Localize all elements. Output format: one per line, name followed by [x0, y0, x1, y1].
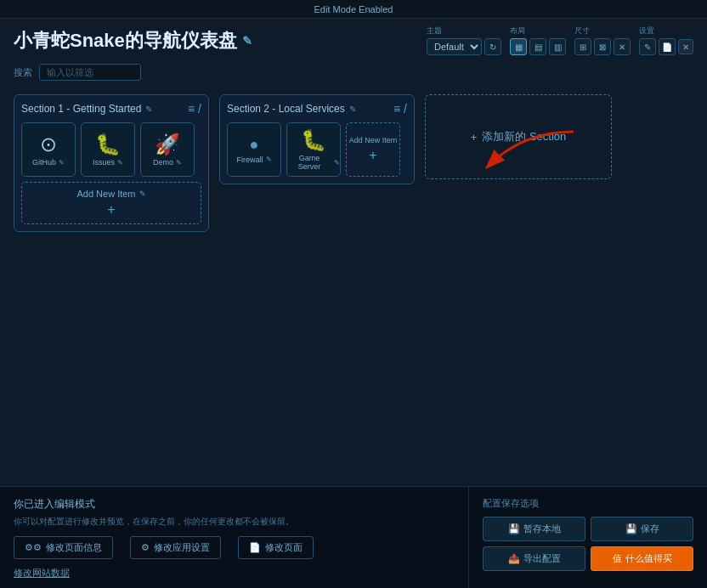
- modify-site-info-label: 修改页面信息: [46, 541, 102, 554]
- settings-group: 设置 ✎ 📄 ✕: [639, 25, 693, 55]
- issues-edit-icon[interactable]: ✎: [117, 159, 123, 167]
- modify-app-settings-icon: ⚙: [141, 542, 150, 553]
- modify-site-data-link[interactable]: 修改网站数据: [14, 568, 70, 578]
- firewall-icon: ●: [250, 136, 259, 154]
- section-1-title-area: Section 1 - Getting Started ✎: [21, 103, 152, 115]
- modify-site-info-icon: ⚙⚙: [25, 542, 42, 553]
- gameserver-item[interactable]: 🐛 Game Server ✎: [286, 122, 341, 177]
- size-label: 尺寸: [574, 25, 590, 37]
- issues-label: Issues ✎: [93, 158, 123, 167]
- size-btn-sm[interactable]: ⊞: [574, 38, 591, 55]
- save-local-btn[interactable]: 💾 暂存本地: [483, 517, 585, 541]
- github-label: GitHub ✎: [32, 158, 65, 167]
- top-bar-title: Edit Mode Enabled: [314, 4, 393, 14]
- github-icon: ⊙: [40, 133, 57, 156]
- section-1-header: Section 1 - Getting Started ✎ ≡ /: [21, 102, 201, 116]
- theme-group: 主题 Default ↻: [427, 25, 501, 55]
- save-actions: 💾 暂存本地 💾 保存 📤 导出配置 值 什么值得买: [483, 517, 693, 571]
- layout-controls: ▦ ▤ ▥: [510, 38, 566, 55]
- github-item[interactable]: ⊙ GitHub ✎: [21, 122, 76, 177]
- firewall-item[interactable]: ● Firewall ✎: [227, 122, 281, 177]
- toolbar-right: 主题 Default ↻ 布局 ▦ ▤ ▥ 尺寸 ⊞ ⊠ ✕: [427, 25, 693, 55]
- theme-refresh-btn[interactable]: ↻: [484, 38, 501, 55]
- bottom-edit-mode-title: 你已进入编辑模式: [14, 497, 455, 512]
- search-bar: 搜索: [0, 60, 707, 86]
- layout-btn-2[interactable]: ▤: [529, 38, 546, 55]
- save-options-title: 配置保存选项: [483, 497, 693, 510]
- save-icon: 💾: [625, 523, 637, 534]
- section-1-items-grid: ⊙ GitHub ✎ 🐛 Issues ✎ 🚀 Demo ✎: [21, 122, 201, 177]
- save-local-label: 暂存本地: [523, 523, 561, 535]
- section-2-header: Section 2 - Local Services ✎ ≡ /: [227, 102, 407, 116]
- search-input[interactable]: [39, 64, 141, 81]
- section-2-add-plus: +: [369, 148, 376, 163]
- layout-label: 布局: [510, 25, 525, 37]
- settings-edit-btn[interactable]: ✎: [639, 38, 656, 55]
- export-icon: 📤: [508, 553, 520, 564]
- add-section-plus: +: [471, 131, 478, 144]
- modify-page-btn[interactable]: 📄 修改页面: [238, 536, 314, 559]
- firewall-edit-icon[interactable]: ✎: [266, 155, 272, 163]
- bottom-left: 你已进入编辑模式 你可以对配置进行修改并预览，在保存之前，你的任何更改都不会被保…: [0, 487, 469, 588]
- value-icon: 值: [613, 552, 622, 565]
- section-1-card: Section 1 - Getting Started ✎ ≡ / ⊙ GitH…: [14, 94, 209, 232]
- modify-site-info-btn[interactable]: ⚙⚙ 修改页面信息: [14, 536, 113, 559]
- top-bar: Edit Mode Enabled: [0, 0, 707, 19]
- layout-btn-1[interactable]: ▦: [510, 38, 527, 55]
- demo-icon: 🚀: [155, 133, 180, 156]
- section-1-edit-icon[interactable]: ✎: [145, 105, 152, 114]
- save-btn[interactable]: 💾 保存: [591, 517, 693, 541]
- add-new-section-btn[interactable]: + 添加新的 Section: [425, 94, 612, 179]
- modify-app-settings-label: 修改应用设置: [154, 541, 210, 554]
- page-title-text: 小青蛇Snake的导航仪表盘: [14, 28, 237, 54]
- section-1-add-label: Add New Item ✎: [76, 189, 145, 199]
- bottom-right: 配置保存选项 💾 暂存本地 💾 保存 📤 导出配置 值 什么值得买: [469, 487, 707, 588]
- demo-edit-icon[interactable]: ✎: [176, 159, 182, 167]
- section-1-add-new-item[interactable]: Add New Item ✎ +: [21, 182, 201, 224]
- settings-label: 设置: [639, 25, 654, 37]
- section-2-menu-icon[interactable]: ≡ /: [393, 102, 407, 116]
- size-controls: ⊞ ⊠ ✕: [574, 38, 631, 55]
- main-content: Section 1 - Getting Started ✎ ≡ / ⊙ GitH…: [0, 86, 707, 240]
- demo-item[interactable]: 🚀 Demo ✎: [140, 122, 195, 177]
- size-btn-md[interactable]: ⊠: [594, 38, 611, 55]
- section-2-add-label: Add New Item: [349, 136, 398, 144]
- export-label: 导出配置: [523, 552, 561, 565]
- gameserver-icon: 🐛: [301, 128, 326, 152]
- section-1-title: Section 1 - Getting Started: [21, 103, 141, 115]
- value-label: 什么值得买: [625, 552, 672, 565]
- theme-controls: Default ↻: [427, 38, 501, 55]
- search-label: 搜索: [14, 66, 32, 79]
- section-2-title-area: Section 2 - Local Services ✎: [227, 103, 356, 115]
- firewall-label: Firewall ✎: [236, 155, 271, 164]
- section-2-edit-icon[interactable]: ✎: [349, 105, 356, 114]
- modify-page-label: 修改页面: [265, 541, 303, 554]
- add-section-label: 添加新的 Section: [482, 129, 566, 144]
- section-1-add-edit-icon: ✎: [139, 189, 146, 198]
- section-1-menu-icon[interactable]: ≡ /: [188, 102, 201, 116]
- settings-save-btn[interactable]: 📄: [659, 38, 676, 55]
- section-2-items: ● Firewall ✎ 🐛 Game Server ✎ Add New Ite…: [227, 122, 407, 177]
- issues-item[interactable]: 🐛 Issues ✎: [81, 122, 135, 177]
- modify-app-settings-btn[interactable]: ⚙ 修改应用设置: [130, 536, 221, 559]
- close-btn[interactable]: ✕: [678, 39, 693, 54]
- layout-group: 布局 ▦ ▤ ▥: [510, 25, 566, 55]
- section-2-add-new-item[interactable]: Add New Item +: [346, 122, 400, 177]
- gameserver-edit-icon[interactable]: ✎: [334, 159, 340, 167]
- save-label: 保存: [641, 523, 659, 535]
- page-title: 小青蛇Snake的导航仪表盘 ✎: [14, 28, 252, 54]
- modify-page-icon: 📄: [249, 542, 261, 553]
- title-edit-icon[interactable]: ✎: [242, 34, 252, 48]
- section-2-title: Section 2 - Local Services: [227, 103, 345, 115]
- settings-controls: ✎ 📄 ✕: [639, 38, 693, 55]
- layout-btn-3[interactable]: ▥: [549, 38, 566, 55]
- theme-select[interactable]: Default: [427, 38, 482, 55]
- github-edit-icon[interactable]: ✎: [59, 159, 65, 167]
- gameserver-label: Game Server ✎: [287, 154, 340, 171]
- section-2-card: Section 2 - Local Services ✎ ≡ / ● Firew…: [219, 94, 415, 184]
- issues-icon: 🐛: [95, 133, 121, 156]
- header: 小青蛇Snake的导航仪表盘 ✎ 主题 Default ↻ 布局 ▦ ▤ ▥ 尺…: [0, 19, 707, 60]
- export-btn[interactable]: 📤 导出配置: [483, 546, 585, 571]
- size-btn-lg[interactable]: ✕: [614, 38, 631, 55]
- value-btn[interactable]: 值 什么值得买: [591, 546, 693, 571]
